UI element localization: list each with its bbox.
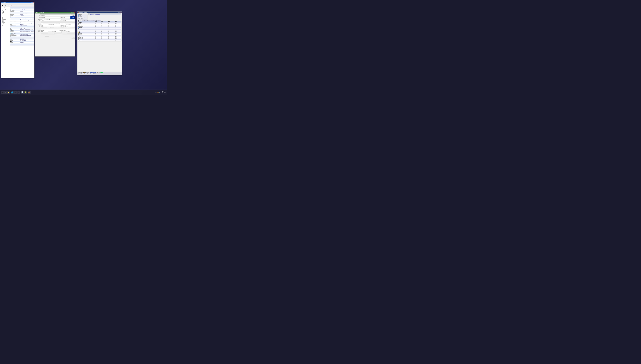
gpuz-release-date-value: Jan 5, 2011 — [41, 20, 60, 22]
col-value: Значение — [20, 6, 34, 8]
taskbar-edge-icon[interactable]: ◎ — [14, 91, 17, 94]
gpuz-tab-graphics-card[interactable]: Graphics Card — [35, 14, 40, 15]
gpuz-memory-size-label: Memory Size — [55, 28, 60, 28]
toolbar-print-icon[interactable]: 🖨 — [6, 5, 8, 6]
tree-label-display: Дисплей — [2, 18, 4, 18]
toolbar-settings-icon[interactable]: ⚙ — [9, 5, 10, 6]
gpuz-driver-date-label: Driver Date — [35, 30, 40, 30]
sst-preferences-btn[interactable]: Preferences — [92, 73, 96, 74]
cooling-fans-section-icon: 🌀 — [78, 27, 79, 28]
sst-table-area[interactable]: Item Current Minimum Maximum Average 🌡 T… — [78, 21, 122, 41]
gpuz-maximize-btn[interactable]: □ — [72, 12, 74, 13]
aida64-minimize-btn[interactable]: _ — [31, 2, 32, 3]
toolbar-forward-icon[interactable]: ▶ — [3, 5, 4, 6]
sst-clear-btn[interactable]: Clear — [83, 73, 86, 74]
tree-item-tests[interactable]: 🔬 Тесты — [1, 25, 10, 26]
aida64-close-btn[interactable]: ✕ — [33, 2, 34, 3]
taskbar-network-tray-icon[interactable]: 📶 — [158, 92, 159, 93]
taskbar-sound-tray-icon[interactable]: 🔊 — [159, 92, 160, 93]
programs-icon: 📦 — [2, 23, 2, 24]
memory-icon: 💾 — [2, 12, 2, 13]
gpuz-uefi-btn[interactable]: ↗ UEFI — [72, 22, 75, 22]
menu-help[interactable]: Справка — [10, 4, 13, 4]
cpu-package-icon: 🔲 — [78, 33, 78, 34]
gpuz-bus-width-label: Bus Width — [67, 24, 70, 25]
stress-memory-label: Stress system memory — [79, 17, 84, 18]
stress-cache-label: Stress cache — [79, 16, 82, 17]
gpuz-menu-btn[interactable]: ☰ — [74, 14, 75, 14]
gpuz-close-window-btn[interactable]: Close — [72, 38, 75, 38]
sst-tab-statistics[interactable]: Statistics — [98, 20, 101, 21]
aida64-title-bar[interactable]: AIDA64 Extreme _ □ ✕ — [1, 2, 34, 3]
storage-icon: 💿 — [2, 19, 2, 20]
gpuz-minimize-btn[interactable]: _ — [72, 12, 72, 13]
toolbar-back-icon[interactable]: ◀ — [2, 5, 3, 6]
section-network: 🌐 Сеть — [10, 44, 34, 46]
taskbar-python-icon[interactable]: 🐍 — [24, 91, 27, 94]
sst-cpuid-btn[interactable]: CPUID — [89, 73, 92, 74]
taskbar-chrome-icon[interactable]: 🌐 — [10, 91, 14, 94]
gpuz-lookup-btn[interactable]: Lookup — [72, 15, 75, 16]
aida64-title: AIDA64 Extreme — [2, 2, 30, 3]
sst-save-btn[interactable]: Save — [86, 73, 88, 74]
gpuz-dropdown-row: Intel(R) HD Graphics ▼ — [35, 38, 75, 38]
gpuz-tab-sensors[interactable]: Sensors — [40, 14, 44, 15]
sst-tab-powers[interactable]: Powers — [90, 20, 92, 21]
tree-label-computer: Компьютер — [2, 7, 5, 7]
gpuz-close-btn[interactable]: ✕ — [74, 12, 75, 13]
stress-gpu-checkbox[interactable] — [78, 18, 79, 19]
toolbar-refresh-icon[interactable]: ⟳ — [5, 5, 6, 6]
sst-title-bar[interactable]: 🔥 System Stability Test - AIDA64 _ □ ✕ — [78, 12, 122, 13]
gpuz-subvendor-value: Elitegroup — [41, 23, 56, 24]
sst-close-btn[interactable]: ✕ — [120, 12, 122, 13]
gpuz-driver-version-label: Driver Version — [35, 29, 40, 30]
taskbar-aida64-icon[interactable]: 📊 — [21, 91, 24, 94]
sst-data-table: Item Current Minimum Maximum Average 🌡 T… — [78, 21, 122, 41]
taskbar-settings-icon[interactable]: ⚙ — [18, 91, 20, 94]
stress-memory-checkbox[interactable] — [78, 17, 79, 18]
stress-local-disks-checkbox[interactable] — [78, 18, 79, 18]
sst-maximize-btn[interactable]: □ — [119, 12, 120, 13]
sst-tab-unified[interactable]: Unified — [95, 20, 98, 21]
menu-file[interactable]: Файл — [2, 4, 4, 4]
gpuz-driver-date-row: Driver Date May 19, 2016 Digital Signatu… — [35, 30, 75, 31]
taskbar-box-icon[interactable]: 📦 — [28, 91, 30, 94]
gpuz-update-now-btn[interactable]: Update Now — [45, 36, 49, 36]
taskbar-explorer-icon[interactable]: 📁 — [7, 91, 10, 94]
taskbar-search-icon[interactable]: 🔍 — [4, 91, 7, 94]
gpuz-camera-btn[interactable]: 📷 — [70, 14, 72, 14]
sst-minimize-btn[interactable]: _ — [118, 12, 119, 13]
aida64-toolbar: ◀ ▶ ⟳ 🖨 📄 ⚙ 📊 — [1, 4, 34, 6]
menu-report[interactable]: Отчёт — [6, 4, 8, 4]
gpuz-title-bar[interactable]: ⚡ TechPowerUp GPU-Z 2.57.0 _ □ ✕ — [35, 12, 75, 14]
stress-cache-checkbox[interactable] — [78, 16, 79, 17]
menu-view[interactable]: Вид — [4, 4, 6, 4]
menu-service[interactable]: Сервис — [8, 4, 10, 4]
stress-fpu-checkbox[interactable] — [78, 15, 79, 16]
taskbar-start-btn[interactable]: ⊞ — [1, 91, 4, 94]
aida64-maximize-btn[interactable]: □ — [32, 2, 33, 3]
gpuz-gpu-dropdown[interactable]: Intel(R) HD Graphics — [35, 38, 73, 38]
gpuz-clock-row: GPU Clock 850 MHz Memory 533 MHz Boost 1… — [35, 31, 75, 32]
stress-cpu-checkbox[interactable] — [78, 14, 79, 15]
sst-tab-clocks[interactable]: Clocks — [92, 20, 95, 21]
gpuz-title-text: TechPowerUp GPU-Z 2.57.0 — [36, 12, 72, 13]
sst-tab-cooling-fans[interactable]: Cooling Fans — [82, 20, 86, 21]
toolbar-report-icon[interactable]: 📄 — [8, 5, 9, 6]
gpuz-memory-row: Memory Type DDR3 Bus Width 128 bit Memor… — [35, 28, 75, 28]
taskbar-tray: Non 📶 🔊 19:44 Пт, 12 апр 2024 — [156, 91, 166, 93]
taskbar-clock[interactable]: 19:44 Пт, 12 апр 2024 — [161, 91, 166, 93]
sst-tab-voltages[interactable]: Voltages — [86, 20, 90, 21]
sst-stop-btn[interactable]: Stop — [80, 73, 83, 74]
gpuz-tab-advanced[interactable]: Advanced — [44, 14, 47, 15]
col-field: Поле — [10, 6, 20, 8]
tree-label-spd: SPD — [2, 13, 4, 14]
gpuz-tab-validation[interactable]: Validation — [47, 14, 51, 15]
toolbar-stability-icon[interactable]: 📊 — [11, 5, 12, 6]
sst-start-btn[interactable]: Start — [78, 73, 80, 74]
sst-tab-temperatures[interactable]: Temperatures — [78, 20, 82, 21]
value-dimm2: 2 ГБ DDR3-1333 DDR3 SDRAM (9-9-9-24 @ 66… — [20, 22, 34, 23]
sst-item-cpu-throttling: 🔲 CPU Throttling — [78, 40, 95, 41]
gpuz-refresh-btn[interactable]: ⟳ — [72, 14, 73, 14]
gpuz-pixel-fillrate-value: 1.1 GPixel/s — [41, 26, 60, 27]
